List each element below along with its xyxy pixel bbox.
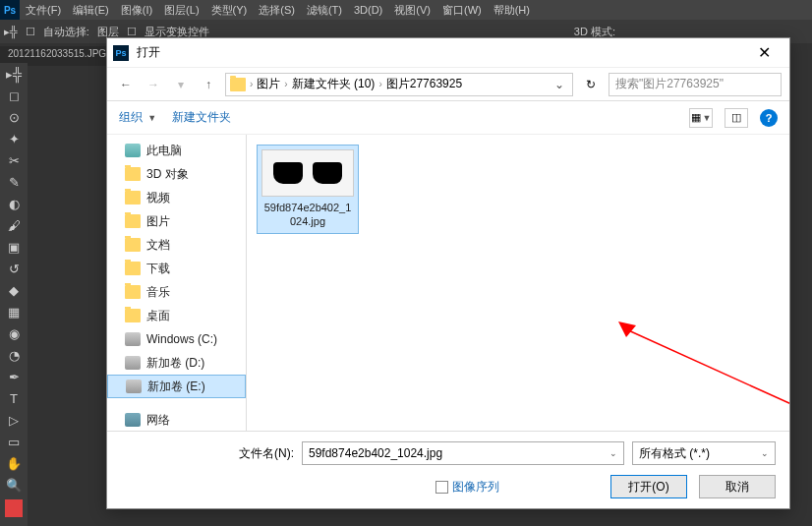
- menu-filter[interactable]: 滤镜(T): [301, 3, 348, 18]
- menu-select[interactable]: 选择(S): [253, 3, 301, 18]
- new-folder-button[interactable]: 新建文件夹: [172, 109, 231, 126]
- menu-view[interactable]: 视图(V): [388, 3, 436, 18]
- stamp-tool-icon[interactable]: ▣: [0, 236, 28, 258]
- sidebar-item-label: 3D 对象: [146, 166, 189, 183]
- file-item[interactable]: 59fd874e2b402_1024.jpg: [257, 145, 359, 234]
- sidebar-item[interactable]: 3D 对象: [107, 162, 246, 186]
- ps-tool-sidebar: ▸╬ ◻ ⊙ ✦ ✂ ✎ ◐ 🖌 ▣ ↺ ◆ ▦ ◉ ◔ ✒ T ▷ ▭ ✋ 🔍: [0, 63, 28, 526]
- chevron-down-icon[interactable]: ⌄: [551, 78, 568, 91]
- sidebar-item-label: 桌面: [146, 308, 170, 324]
- location-sidebar: 此电脑3D 对象视频图片文档下载音乐桌面Windows (C:)新加卷 (D:)…: [107, 135, 247, 431]
- nav-forward-icon: →: [143, 74, 164, 95]
- breadcrumb-item[interactable]: 图片27763925: [386, 76, 462, 92]
- net-icon: [125, 413, 141, 427]
- eyedropper-tool-icon[interactable]: ✎: [0, 171, 28, 193]
- filetype-select[interactable]: 所有格式 (*.*) ⌄: [632, 441, 776, 465]
- filename-input[interactable]: 59fd874e2b402_1024.jpg ⌄: [302, 441, 624, 465]
- image-sequence-checkbox[interactable]: 图像序列: [435, 479, 499, 496]
- ps-menubar: Ps 文件(F) 编辑(E) 图像(I) 图层(L) 类型(Y) 选择(S) 滤…: [0, 0, 812, 20]
- view-mode-button[interactable]: ▦ ▼: [689, 108, 713, 128]
- folder-icon: [125, 238, 141, 252]
- search-input[interactable]: 搜索"图片27763925": [609, 73, 782, 96]
- foreground-color-swatch[interactable]: [5, 499, 23, 517]
- svg-line-0: [626, 329, 789, 431]
- auto-select-label: 自动选择:: [43, 25, 89, 39]
- svg-marker-1: [618, 321, 636, 337]
- ps-logo-icon: Ps: [0, 0, 20, 20]
- sidebar-item-label: 视频: [146, 190, 170, 206]
- sidebar-item[interactable]: 音乐: [107, 280, 246, 304]
- cancel-button[interactable]: 取消: [699, 475, 776, 498]
- menu-file[interactable]: 文件(F): [20, 3, 67, 18]
- menu-help[interactable]: 帮助(H): [488, 3, 536, 18]
- preview-pane-button[interactable]: ◫: [725, 108, 748, 128]
- shape-tool-icon[interactable]: ▭: [0, 431, 28, 452]
- dodge-tool-icon[interactable]: ◔: [0, 344, 28, 366]
- move-tool-icon[interactable]: ▸╬: [0, 63, 28, 85]
- chevron-right-icon: ›: [378, 79, 381, 89]
- menu-edit[interactable]: 编辑(E): [67, 3, 115, 18]
- path-tool-icon[interactable]: ▷: [0, 409, 28, 431]
- organize-button[interactable]: 组织 ▼: [119, 109, 156, 126]
- sidebar-item[interactable]: 桌面: [107, 304, 246, 327]
- file-list-area[interactable]: 59fd874e2b402_1024.jpg: [247, 135, 789, 431]
- menu-type[interactable]: 类型(Y): [205, 3, 254, 18]
- hand-tool-icon[interactable]: ✋: [0, 452, 28, 474]
- help-icon[interactable]: ?: [760, 109, 778, 127]
- folder-icon: [125, 262, 141, 275]
- folder-icon: [125, 167, 141, 181]
- breadcrumb-item[interactable]: 图片: [257, 76, 280, 92]
- history-brush-icon[interactable]: ↺: [0, 258, 28, 279]
- drive-icon: [125, 332, 141, 346]
- nav-up-icon[interactable]: ↑: [198, 74, 219, 95]
- red-arrow-annotation: [618, 321, 789, 431]
- wand-tool-icon[interactable]: ✦: [0, 128, 28, 149]
- refresh-icon[interactable]: ↻: [579, 78, 603, 91]
- close-icon[interactable]: ✕: [744, 38, 783, 68]
- pen-tool-icon[interactable]: ✒: [0, 366, 28, 387]
- drive-icon: [126, 380, 142, 393]
- sidebar-item-label: 新加卷 (D:): [146, 355, 204, 372]
- sidebar-item[interactable]: 图片: [107, 209, 246, 233]
- sidebar-item-label: 下载: [146, 261, 170, 277]
- blur-tool-icon[interactable]: ◉: [0, 322, 28, 344]
- sidebar-item[interactable]: Windows (C:): [107, 327, 246, 351]
- sidebar-item[interactable]: 网络: [107, 408, 246, 431]
- menu-layer[interactable]: 图层(L): [158, 3, 204, 18]
- eraser-tool-icon[interactable]: ◆: [0, 279, 28, 301]
- sidebar-item[interactable]: 新加卷 (E:): [107, 375, 246, 398]
- breadcrumb[interactable]: › 图片 › 新建文件夹 (10) › 图片27763925 ⌄: [225, 73, 573, 96]
- chevron-down-icon: ▼: [147, 113, 156, 123]
- sidebar-item[interactable]: 文档: [107, 233, 246, 257]
- sidebar-item[interactable]: 新加卷 (D:): [107, 351, 246, 375]
- lasso-tool-icon[interactable]: ⊙: [0, 106, 28, 128]
- menu-image[interactable]: 图像(I): [115, 3, 158, 18]
- zoom-tool-icon[interactable]: 🔍: [0, 474, 28, 496]
- mode-3d-label: 3D 模式:: [574, 26, 615, 37]
- dialog-footer: 文件名(N): 59fd874e2b402_1024.jpg ⌄ 所有格式 (*…: [107, 431, 789, 508]
- sidebar-item[interactable]: 视频: [107, 186, 246, 209]
- chevron-down-icon[interactable]: ⌄: [761, 448, 769, 458]
- ps-icon: Ps: [113, 45, 129, 61]
- gradient-tool-icon[interactable]: ▦: [0, 301, 28, 322]
- sidebar-item[interactable]: 此电脑: [107, 139, 246, 162]
- marquee-tool-icon[interactable]: ◻: [0, 85, 28, 106]
- dialog-navbar: ← → ▾ ↑ › 图片 › 新建文件夹 (10) › 图片27763925 ⌄…: [107, 68, 789, 101]
- nav-back-icon[interactable]: ←: [115, 74, 137, 95]
- chevron-right-icon: ›: [250, 79, 253, 89]
- folder-icon: [125, 214, 141, 228]
- open-button[interactable]: 打开(O): [610, 475, 687, 498]
- sidebar-item[interactable]: 下载: [107, 257, 246, 280]
- breadcrumb-item[interactable]: 新建文件夹 (10): [292, 76, 376, 92]
- chevron-right-icon: ›: [284, 79, 287, 89]
- heal-tool-icon[interactable]: ◐: [0, 193, 28, 214]
- crop-tool-icon[interactable]: ✂: [0, 149, 28, 171]
- drive-icon: [125, 356, 141, 370]
- filename-label: 文件名(N):: [235, 445, 294, 462]
- chevron-down-icon[interactable]: ⌄: [609, 448, 617, 458]
- brush-tool-icon[interactable]: 🖌: [0, 214, 28, 236]
- menu-window[interactable]: 窗口(W): [436, 3, 488, 18]
- type-tool-icon[interactable]: T: [0, 387, 28, 409]
- nav-recent-icon[interactable]: ▾: [170, 74, 192, 95]
- menu-3d[interactable]: 3D(D): [348, 4, 388, 16]
